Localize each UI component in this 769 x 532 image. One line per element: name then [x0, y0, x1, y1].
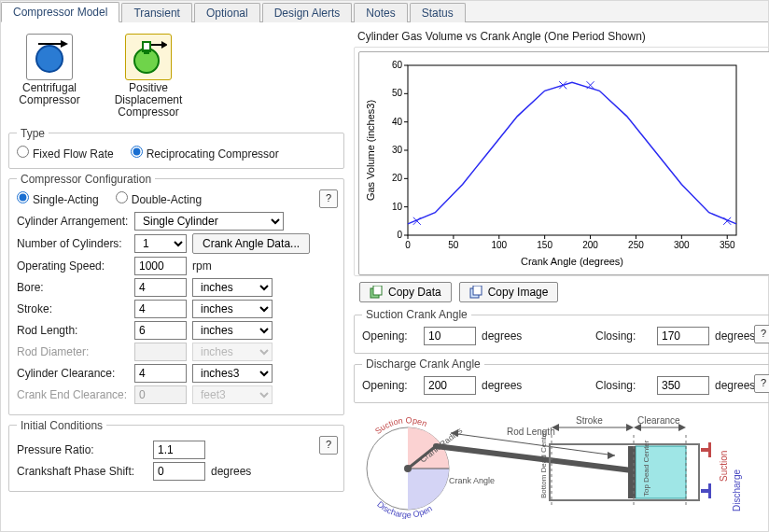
copy-data-icon — [370, 286, 383, 299]
single-acting-radio[interactable]: Single-Acting — [17, 191, 99, 206]
number-of-cylinders-label: Number of Cylinders: — [17, 237, 129, 250]
diagram-stroke-label: Stroke — [576, 415, 603, 426]
svg-rect-46 — [373, 286, 382, 295]
diagram-crank-angle-label: Crank Angle — [449, 476, 495, 485]
suction-closing-label: Closing: — [595, 329, 651, 343]
initial-conditions-help-button[interactable]: ? — [319, 436, 338, 455]
tab-notes[interactable]: Notes — [354, 3, 407, 22]
tab-design-alerts[interactable]: Design Alerts — [262, 3, 353, 22]
crankshaft-phase-shift-input[interactable] — [153, 462, 205, 481]
svg-text:30: 30 — [392, 145, 403, 155]
compressor-configuration-group: Compressor Configuration ? Single-Acting… — [8, 173, 344, 415]
crank-angle-data-button[interactable]: Crank Angle Data... — [192, 233, 310, 254]
rod-diameter-input — [134, 343, 187, 361]
svg-text:60: 60 — [392, 60, 403, 70]
svg-rect-48 — [473, 286, 482, 295]
cylinder-arrangement-select[interactable]: Single Cylinder — [134, 212, 284, 231]
pressure-ratio-label: Pressure Ratio: — [17, 443, 147, 456]
svg-text:300: 300 — [674, 240, 690, 250]
positive-displacement-icon — [125, 34, 172, 80]
diagram-bdc-label: Bottom Dead Center — [539, 430, 548, 498]
rod-length-label: Rod Length: — [17, 324, 129, 337]
configuration-help-button[interactable]: ? — [319, 189, 338, 208]
cylinder-arrangement-label: Cylinder Arrangement: — [17, 215, 129, 228]
copy-image-label: Copy Image — [488, 286, 549, 299]
number-of-cylinders-select[interactable]: 1 — [134, 234, 187, 253]
crank-end-clearance-label: Crank End Clearance: — [17, 388, 129, 401]
copy-data-button[interactable]: Copy Data — [359, 282, 452, 302]
svg-rect-3 — [144, 49, 149, 54]
double-acting-label: Double-Acting — [132, 193, 202, 206]
chart-wrap: 0501001502002503003500102030405060Crank … — [354, 47, 769, 276]
reciprocating-label: Reciprocating Compressor — [147, 147, 279, 161]
svg-rect-74 — [708, 483, 711, 498]
crankshaft-phase-shift-label: Crankshaft Phase Shift: — [17, 465, 147, 478]
discharge-closing-input[interactable] — [657, 376, 709, 395]
tab-optional[interactable]: Optional — [194, 3, 260, 22]
bore-input[interactable] — [134, 278, 187, 297]
rod-length-input[interactable] — [134, 321, 187, 340]
discharge-crank-angle-title: Discharge Crank Angle — [362, 357, 484, 371]
positive-displacement-label: Positive Displacement Compressor — [111, 82, 186, 119]
svg-marker-67 — [626, 424, 634, 431]
discharge-crank-angle-group: Discharge Crank Angle ? Opening: degrees… — [354, 357, 769, 403]
svg-marker-58 — [608, 452, 615, 459]
double-acting-radio[interactable]: Double-Acting — [116, 191, 202, 206]
svg-rect-61 — [628, 446, 636, 498]
properties-dialog: Compressor Model Transient Optional Desi… — [0, 0, 769, 532]
chart-title: Cylinder Gas Volume vs Crank Angle (One … — [357, 30, 769, 43]
discharge-closing-label: Closing: — [595, 379, 651, 392]
svg-rect-4 — [408, 65, 736, 235]
copy-data-label: Copy Data — [388, 286, 441, 299]
tab-bar: Compressor Model Transient Optional Desi… — [1, 1, 768, 22]
positive-displacement-compressor-button[interactable]: Positive Displacement Compressor — [111, 34, 186, 119]
tab-transient[interactable]: Transient — [121, 3, 192, 22]
fixed-flow-radio[interactable]: Fixed Flow Rate — [17, 146, 114, 161]
suction-crank-angle-title: Suction Crank Angle — [362, 308, 471, 321]
rod-diameter-label: Rod Diameter: — [17, 345, 129, 358]
cylinder-clearance-unit-select[interactable]: inches3 — [192, 364, 273, 383]
suction-help-button[interactable]: ? — [754, 325, 769, 343]
rod-length-unit-select[interactable]: inches — [192, 321, 273, 340]
discharge-help-button[interactable]: ? — [754, 374, 769, 393]
crank-end-clearance-input — [134, 385, 187, 404]
initial-conditions-title: Initial Conditions — [17, 419, 106, 432]
stroke-label: Stroke: — [17, 302, 129, 315]
centrifugal-compressor-button[interactable]: Centrifugal Compressor — [12, 34, 87, 119]
operating-speed-input[interactable] — [134, 257, 187, 275]
svg-text:50: 50 — [392, 88, 403, 98]
svg-point-0 — [36, 46, 63, 72]
svg-text:Crank Angle (degrees): Crank Angle (degrees) — [521, 256, 623, 267]
centrifugal-icon — [26, 34, 73, 80]
operating-speed-label: Operating Speed: — [17, 259, 129, 273]
tab-status[interactable]: Status — [410, 3, 466, 22]
stroke-unit-select[interactable]: inches — [192, 300, 273, 318]
cylinder-clearance-input[interactable] — [134, 364, 187, 383]
discharge-opening-label: Opening: — [362, 379, 418, 392]
svg-text:350: 350 — [720, 240, 735, 250]
suction-opening-unit: degrees — [482, 329, 538, 343]
discharge-opening-unit: degrees — [482, 379, 538, 392]
discharge-opening-input[interactable] — [424, 376, 476, 395]
diagram-clearance-label: Clearance — [637, 415, 680, 426]
crank-end-clearance-unit-select: feet3 — [192, 385, 273, 404]
copy-image-button[interactable]: Copy Image — [459, 282, 559, 302]
reciprocating-radio[interactable]: Reciprocating Compressor — [131, 146, 279, 161]
centrifugal-label: Centrifugal Compressor — [12, 82, 87, 106]
fixed-flow-label: Fixed Flow Rate — [33, 147, 114, 161]
bore-unit-select[interactable]: inches — [192, 278, 273, 297]
svg-rect-72 — [708, 442, 711, 457]
svg-text:250: 250 — [628, 240, 644, 250]
cylinder-clearance-label: Cylinder Clearance: — [17, 367, 129, 380]
svg-text:Gas Volume (inches3): Gas Volume (inches3) — [365, 100, 376, 201]
svg-text:10: 10 — [392, 202, 403, 212]
suction-crank-angle-group: Suction Crank Angle ? Opening: degrees C… — [354, 308, 769, 354]
stroke-input[interactable] — [134, 300, 187, 318]
pressure-ratio-input[interactable] — [153, 441, 205, 459]
suction-opening-input[interactable] — [424, 327, 476, 345]
crankshaft-phase-shift-unit: degrees — [211, 465, 267, 478]
svg-line-54 — [436, 446, 632, 470]
suction-closing-input[interactable] — [657, 327, 709, 345]
rod-diameter-unit-select: inches — [192, 343, 273, 361]
tab-compressor-model[interactable]: Compressor Model — [1, 2, 119, 22]
